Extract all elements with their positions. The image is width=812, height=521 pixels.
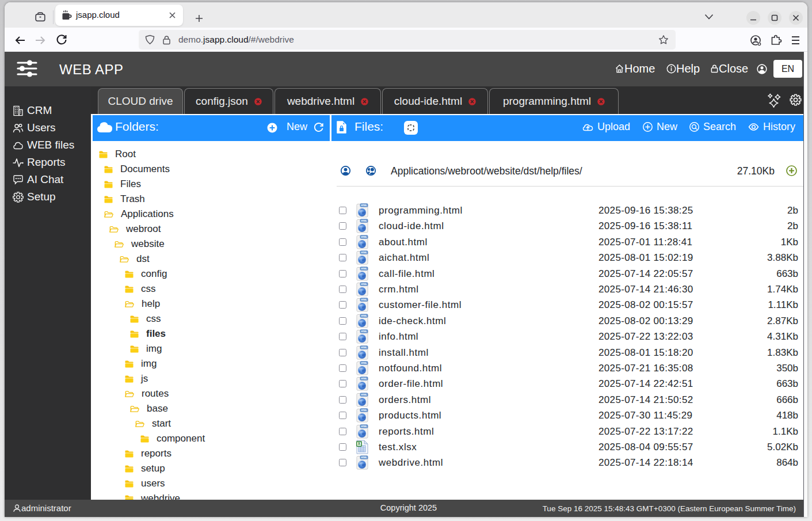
svg-text:HTML: HTML <box>361 347 367 349</box>
svg-text:HTML: HTML <box>361 362 367 364</box>
svg-text:HTML: HTML <box>361 236 367 238</box>
svg-text:X: X <box>358 442 361 446</box>
svg-text:HTML: HTML <box>361 409 367 412</box>
svg-text:HTML: HTML <box>361 330 367 333</box>
svg-text:HTML: HTML <box>361 378 367 380</box>
svg-text:HTML: HTML <box>361 252 367 254</box>
svg-text:HTML: HTML <box>361 283 367 286</box>
svg-text:HTML: HTML <box>361 425 367 428</box>
svg-text:HTML: HTML <box>361 394 367 396</box>
svg-text:HTML: HTML <box>361 268 367 270</box>
svg-text:HTML: HTML <box>361 315 367 317</box>
svg-text:HTML: HTML <box>361 220 367 222</box>
svg-text:HTML: HTML <box>361 457 367 459</box>
svg-text:HTML: HTML <box>361 299 367 301</box>
svg-text:HTML: HTML <box>361 204 367 207</box>
